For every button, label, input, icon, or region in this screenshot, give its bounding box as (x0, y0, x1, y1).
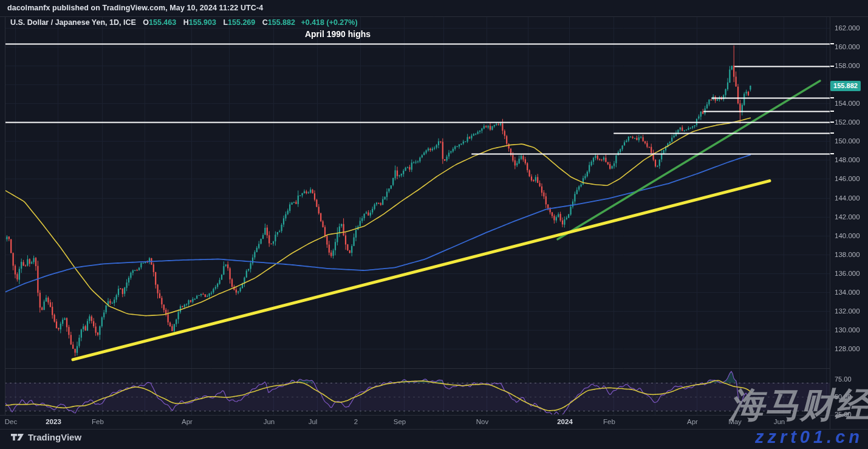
price-axis-label: 148.000 (835, 156, 860, 163)
time-axis-label: Jul (309, 418, 318, 425)
price-axis-label: 144.000 (835, 194, 860, 202)
price-axis-label: 150.000 (835, 137, 860, 145)
price-axis-label: 162.000 (835, 24, 860, 32)
time-axis-label: Feb (92, 418, 104, 425)
price-axis-label: 158.000 (835, 62, 860, 69)
publish-info: dacolmanfx published on TradingView.com,… (7, 0, 263, 16)
tradingview-logo-text: TradingView (28, 432, 81, 442)
price-axis-label: 142.000 (835, 213, 860, 221)
time-axis-label: 2023 (46, 418, 61, 425)
symbol-legend[interactable]: U.S. Dollar / Japanese Yen, 1D, ICE O155… (10, 18, 358, 27)
time-axis-label: Apr (182, 418, 193, 425)
rsi-axis-label: 75.00 (835, 375, 852, 383)
price-axis-label: 128.000 (835, 345, 860, 352)
ohlc-high: H155.903 (183, 18, 216, 27)
ohlc-low: L155.269 (223, 18, 255, 27)
price-axis-label: 134.000 (835, 289, 860, 296)
time-axis-label: 2 (354, 418, 358, 425)
price-axis-label: 130.000 (835, 326, 860, 334)
time-axis-label: Nov (476, 418, 488, 425)
time-axis-label: Dec (5, 418, 17, 425)
time-axis-label: Feb (603, 418, 615, 425)
drawing-label-april-1990-highs[interactable]: April 1990 highs (305, 29, 371, 39)
time-axis-label: Apr (687, 418, 698, 425)
last-price-badge: 155.882 (830, 81, 861, 91)
watermark-url: zzrt01.cn (755, 428, 863, 446)
price-axis-label: 154.000 (835, 100, 860, 107)
price-axis-label: 136.000 (835, 270, 860, 277)
tradingview-logo[interactable]: TradingView (11, 432, 81, 442)
price-axis-label: 138.000 (835, 251, 860, 258)
ohlc-close: C155.882 (262, 18, 295, 27)
tradingview-chart-window: { "publish_bar": { "text": "dacolmanfx p… (0, 0, 868, 449)
price-axis-label: 160.000 (835, 43, 860, 50)
price-axis-label: 132.000 (835, 307, 860, 315)
price-change: +0.418 (+0.27%) (301, 18, 357, 27)
ohlc-open: O155.463 (143, 18, 176, 27)
price-axis-label: 146.000 (835, 175, 860, 182)
symbol-title: U.S. Dollar / Japanese Yen, 1D, ICE (10, 18, 136, 27)
chart-canvas[interactable] (0, 0, 868, 449)
time-axis-label: 2024 (557, 418, 573, 425)
publish-info-text: dacolmanfx published on TradingView.com,… (7, 4, 263, 12)
time-axis-label: Jun (264, 418, 275, 425)
watermark-chinese: 海马财经 (730, 388, 868, 422)
time-axis-label: Sep (394, 418, 406, 425)
price-axis-label: 152.000 (835, 118, 860, 126)
price-axis-label: 140.000 (835, 232, 860, 239)
tradingview-logo-icon (11, 434, 24, 441)
